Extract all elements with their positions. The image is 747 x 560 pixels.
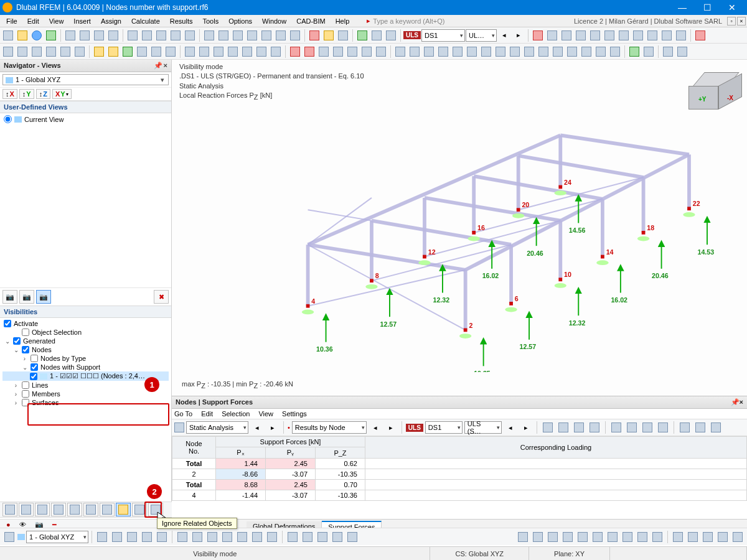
tb2-btn[interactable] [212, 45, 225, 58]
menu-file[interactable]: File [1, 16, 22, 26]
tb1-btn[interactable] [92, 29, 106, 42]
bt-btn[interactable] [205, 530, 219, 544]
nav-bt-7[interactable] [100, 503, 115, 516]
tb1-btn[interactable] [126, 29, 139, 42]
bottom-cs-drop[interactable]: 1 - Global XYZ [26, 531, 88, 543]
support-item-row[interactable]: 1 - ☑☑☑ ☐☐☐ (Nodes : 2,4… [2, 371, 169, 381]
tb1-btn[interactable] [16, 29, 29, 42]
tb1-btn[interactable] [308, 29, 321, 42]
th-loading[interactable]: Corresponding Loading [365, 437, 747, 459]
activate-checkbox[interactable] [4, 320, 11, 327]
bt-btn[interactable] [531, 530, 545, 544]
tb1-btn[interactable] [30, 29, 44, 42]
res-tb-btn[interactable] [588, 421, 601, 434]
tb1-btn[interactable] [617, 29, 631, 42]
tb2-btn[interactable] [627, 45, 641, 58]
cam-btn-1[interactable]: 📷 [2, 290, 17, 304]
pin-icon[interactable]: 📌 [154, 62, 162, 70]
bt-btn[interactable] [606, 530, 619, 544]
nodes-by-type-row[interactable]: ›Nodes by Type [2, 354, 169, 363]
tb2-btn[interactable] [422, 45, 436, 58]
viewport-3d[interactable]: Visibility mode .DS1 - ULS (STR/GEO) - P… [172, 60, 747, 396]
nav-bt-6[interactable] [83, 503, 98, 516]
bt-btn[interactable] [125, 530, 139, 544]
nav-right-button[interactable]: ▸ [512, 29, 525, 42]
res-tb-btn[interactable] [693, 421, 707, 434]
uls-drop[interactable]: ULS (S… [464, 421, 502, 434]
bt-btn[interactable] [651, 530, 664, 544]
tb2-btn[interactable] [149, 45, 163, 58]
axis-x-button[interactable]: ↕X [2, 89, 17, 99]
bt-btn[interactable] [95, 530, 109, 544]
res-menu-edit[interactable]: Edit [201, 410, 213, 418]
nav-right-button[interactable]: ▸ [384, 421, 398, 434]
expand-icon[interactable]: › [12, 399, 19, 406]
bt-btn[interactable] [316, 530, 329, 544]
expand-icon[interactable]: ⌄ [12, 347, 19, 353]
tb2-btn[interactable] [608, 45, 622, 58]
pin-icon[interactable]: 📌 [731, 398, 740, 406]
nav-left-button[interactable]: ◂ [497, 29, 511, 42]
tb1-btn[interactable] [336, 29, 350, 42]
bt-btn[interactable] [155, 530, 169, 544]
tb2-btn[interactable] [580, 45, 593, 58]
lines-row[interactable]: ›Lines [2, 381, 169, 390]
bt-btn[interactable] [716, 530, 730, 544]
tb2-btn[interactable] [393, 45, 407, 58]
nbt-checkbox[interactable] [31, 355, 38, 362]
tb1-btn[interactable] [260, 29, 273, 42]
obj-sel-checkbox[interactable] [22, 329, 29, 336]
cs-dropdown[interactable]: 1 - Global XYZ [2, 74, 169, 85]
tb1-btn[interactable] [574, 29, 588, 42]
tb1-btn[interactable] [106, 29, 120, 42]
tb2-btn[interactable] [288, 45, 302, 58]
tb2-btn[interactable] [565, 45, 579, 58]
ds1-drop[interactable]: DS1 [425, 421, 463, 434]
tb2-btn[interactable] [269, 45, 283, 58]
tb1-btn[interactable] [217, 29, 230, 42]
tb1-btn[interactable] [169, 29, 182, 42]
tb1-btn[interactable] [603, 29, 616, 42]
menu-edit[interactable]: Edit [22, 16, 44, 26]
menu-view[interactable]: View [44, 16, 69, 26]
tb2-btn[interactable] [522, 45, 536, 58]
bt-btn[interactable] [701, 530, 715, 544]
tb2-btn[interactable] [479, 45, 493, 58]
res-tb-btn[interactable] [609, 421, 623, 434]
static-analysis-drop[interactable]: Static Analysis [186, 421, 248, 434]
bt-btn[interactable] [190, 530, 204, 544]
table-row[interactable]: 2-8.66-3.07-10.35 [172, 469, 747, 480]
axis-y-button[interactable]: ↕Y [19, 89, 34, 99]
lines-checkbox[interactable] [22, 381, 29, 389]
tb2-btn[interactable] [508, 45, 522, 58]
tb2-btn[interactable] [183, 45, 197, 58]
tb1-btn[interactable] [63, 29, 77, 42]
th-pz[interactable]: P_Z [316, 447, 365, 459]
res-menu-selection[interactable]: Selection [222, 410, 250, 418]
tb1-btn[interactable] [245, 29, 259, 42]
tb2-btn[interactable] [537, 45, 550, 58]
bt-btn[interactable] [345, 530, 359, 544]
tb2-btn[interactable] [1, 45, 15, 58]
object-selection-row[interactable]: Object Selection [2, 328, 169, 337]
expand-icon[interactable]: › [12, 391, 19, 398]
tb2-btn[interactable] [106, 45, 120, 58]
bt-btn[interactable] [110, 530, 124, 544]
tb1-btn[interactable] [44, 29, 58, 42]
tb2-btn[interactable] [494, 45, 507, 58]
support-item-checkbox[interactable] [30, 373, 37, 380]
tb1-btn[interactable] [183, 29, 197, 42]
tb1-btn[interactable] [660, 29, 674, 42]
menu-assign[interactable]: Assign [96, 16, 126, 26]
bt-btn[interactable] [250, 530, 264, 544]
expand-icon[interactable]: › [12, 382, 19, 389]
current-view-row[interactable]: Current View [2, 114, 169, 124]
tb2-btn[interactable] [30, 45, 44, 58]
expand-icon[interactable]: ⌄ [21, 364, 28, 371]
tb2-btn[interactable] [197, 45, 211, 58]
bt-btn[interactable] [235, 530, 249, 544]
res-tb-btn[interactable] [709, 421, 723, 434]
tb1-btn[interactable] [78, 29, 92, 42]
tb2-btn[interactable] [451, 45, 464, 58]
tb2-btn[interactable] [16, 45, 29, 58]
